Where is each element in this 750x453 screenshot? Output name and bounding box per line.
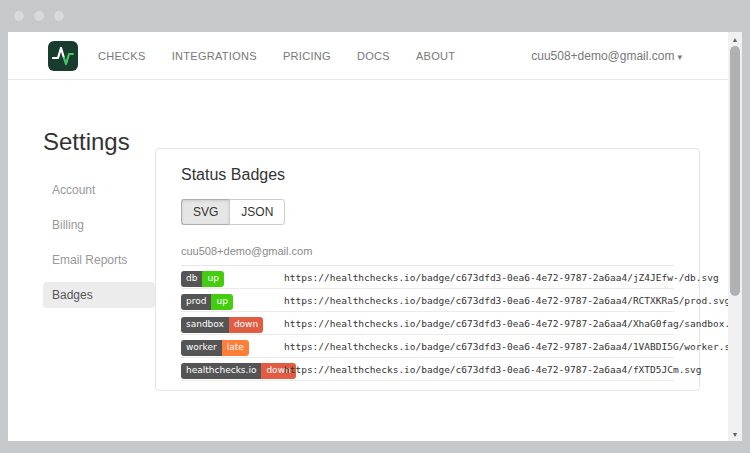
- status-badge: dbup: [181, 271, 224, 287]
- window-dot[interactable]: [34, 11, 44, 21]
- badge-row: dbuphttps://healthchecks.io/badge/c673df…: [181, 266, 674, 289]
- pulse-icon: [48, 41, 78, 71]
- badge-group-label: cuu508+demo@gmail.com: [181, 245, 674, 266]
- badge-list: dbuphttps://healthchecks.io/badge/c673df…: [181, 266, 674, 381]
- browser-title-bar: [0, 0, 750, 32]
- badge-name: db: [181, 271, 202, 287]
- nav-link-about[interactable]: ABOUT: [416, 50, 455, 62]
- healthchecks-logo-icon[interactable]: [48, 41, 78, 71]
- badge-url[interactable]: https://healthchecks.io/badge/c673dfd3-0…: [284, 364, 702, 375]
- top-navbar: CHECKSINTEGRATIONSPRICINGDOCSABOUT cuu50…: [8, 32, 728, 80]
- status-badge: sandboxdown: [181, 317, 263, 333]
- nav-links: CHECKSINTEGRATIONSPRICINGDOCSABOUT: [98, 50, 455, 62]
- nav-link-checks[interactable]: CHECKS: [98, 50, 146, 62]
- sidebar-item-email-reports[interactable]: Email Reports: [43, 247, 155, 273]
- status-badge: workerlate: [181, 340, 249, 356]
- account-menu[interactable]: cuu508+demo@gmail.com▾: [531, 49, 682, 63]
- page: CHECKSINTEGRATIONSPRICINGDOCSABOUT cuu50…: [8, 32, 742, 441]
- badge-image-cell: dbup: [181, 267, 284, 287]
- badge-row: healthchecks.iodownhttps://healthchecks.…: [181, 358, 674, 381]
- badge-status: late: [222, 340, 249, 356]
- badge-status: down: [229, 317, 263, 333]
- sidebar-item-badges[interactable]: Badges: [43, 282, 155, 308]
- badge-row: produphttps://healthchecks.io/badge/c673…: [181, 289, 674, 312]
- card-title: Status Badges: [181, 166, 674, 184]
- sidebar-item-billing[interactable]: Billing: [43, 212, 155, 238]
- badge-url[interactable]: https://healthchecks.io/badge/c673dfd3-0…: [284, 318, 742, 329]
- format-tab-svg[interactable]: SVG: [181, 199, 229, 225]
- page-title: Settings: [43, 128, 130, 156]
- badge-image-cell: healthchecks.iodown: [181, 359, 284, 379]
- status-badge: healthchecks.iodown: [181, 363, 296, 379]
- badge-status: up: [211, 294, 232, 310]
- badge-url[interactable]: https://healthchecks.io/badge/c673dfd3-0…: [284, 295, 730, 306]
- scroll-down-icon[interactable]: ▼: [728, 427, 742, 441]
- badge-image-cell: produp: [181, 290, 284, 310]
- badge-name: prod: [181, 294, 211, 310]
- badge-image-cell: workerlate: [181, 336, 284, 356]
- settings-sidebar: AccountBillingEmail ReportsBadges: [43, 177, 155, 317]
- status-badge: produp: [181, 294, 233, 310]
- account-email: cuu508+demo@gmail.com: [531, 49, 674, 63]
- format-toggle-group: SVGJSON: [181, 199, 285, 225]
- badge-name: sandbox: [181, 317, 229, 333]
- badge-name: worker: [181, 340, 222, 356]
- badge-url[interactable]: https://healthchecks.io/badge/c673dfd3-0…: [284, 341, 742, 352]
- badge-row: workerlatehttps://healthchecks.io/badge/…: [181, 335, 674, 358]
- vertical-scrollbar[interactable]: ▲ ▼: [728, 32, 742, 441]
- nav-link-pricing[interactable]: PRICING: [283, 50, 331, 62]
- window-dot[interactable]: [54, 11, 64, 21]
- scrollbar-thumb[interactable]: [730, 46, 740, 296]
- badge-image-cell: sandboxdown: [181, 313, 284, 333]
- badge-url[interactable]: https://healthchecks.io/badge/c673dfd3-0…: [284, 272, 719, 283]
- format-tab-json[interactable]: JSON: [229, 199, 285, 225]
- badge-row: sandboxdownhttps://healthchecks.io/badge…: [181, 312, 674, 335]
- window-control-dots: [14, 11, 64, 21]
- nav-link-integrations[interactable]: INTEGRATIONS: [172, 50, 257, 62]
- nav-link-docs[interactable]: DOCS: [357, 50, 390, 62]
- window-dot[interactable]: [14, 11, 24, 21]
- badge-name: healthchecks.io: [181, 363, 261, 379]
- badge-status: up: [202, 271, 223, 287]
- status-badges-card: Status Badges SVGJSON cuu508+demo@gmail.…: [155, 148, 700, 391]
- chevron-down-icon: ▾: [677, 52, 682, 62]
- sidebar-item-account[interactable]: Account: [43, 177, 155, 203]
- scroll-up-icon[interactable]: ▲: [728, 32, 742, 46]
